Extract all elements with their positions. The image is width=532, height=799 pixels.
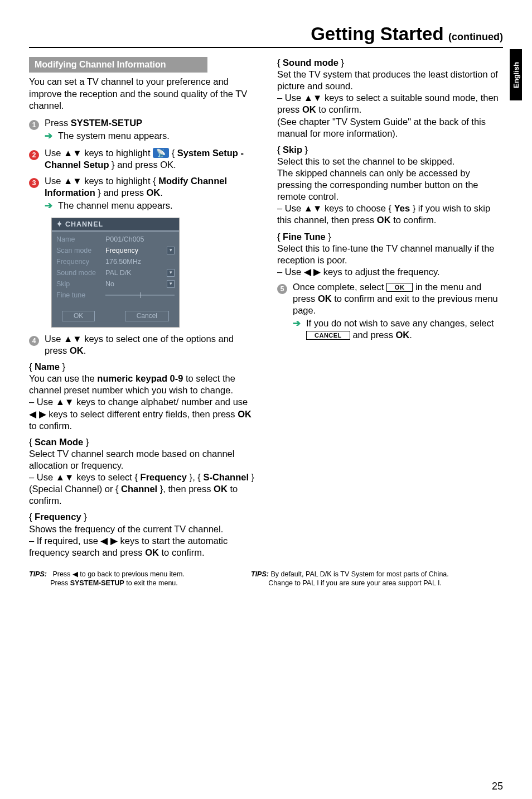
option-skip: { Skip } Select this to set the channel … [277, 144, 503, 227]
step-5-text: Once complete, select OK in the menu and… [293, 281, 503, 316]
tips-row: TIPS: Press ◀ to go back to previous men… [29, 570, 503, 588]
step-1-bullet: 1 [29, 117, 40, 143]
menu-row-soundmode: Sound mode PAL D/K ▾ [56, 267, 175, 278]
step-1: 1 Press SYSTEM-SETUP ➔ The system menu a… [29, 117, 255, 143]
option-fine-title: { Fine Tune } [277, 231, 503, 243]
step-2-bullet: 2 [29, 147, 40, 171]
step-number-icon: 2 [29, 150, 39, 160]
menu-row-scanmode: Scan mode Frequency ▾ [56, 245, 175, 256]
dropdown-icon: ▾ [167, 247, 175, 254]
step-4: 4 Use ▲▼ keys to select one of the optio… [29, 333, 255, 357]
step-3-text: Use ▲▼ keys to highlight { Modify Channe… [45, 175, 255, 199]
fine-tune-gauge [105, 292, 175, 298]
option-fine-usage: – Use ◀ ▶ keys to adjust the frequency. [277, 266, 503, 278]
option-skip-body2: The skipped channels can only be accesse… [277, 167, 503, 203]
option-scan-usage: – Use ▲▼ keys to select { Frequency }, {… [29, 471, 255, 507]
step-number-icon: 5 [277, 284, 287, 294]
language-tab-label: English [512, 62, 520, 88]
menu-body: Name P001/Ch005 Scan mode Frequency ▾ Fr… [52, 232, 179, 306]
page-number: 25 [492, 781, 503, 792]
intro-text: You can set a TV channel to your prefere… [29, 76, 255, 111]
menu-row-skip: Skip No ▾ [56, 278, 175, 290]
option-sound-mode: { Sound mode } Set the TV system that pr… [277, 57, 503, 139]
menu-footer: OK Cancel [52, 306, 179, 327]
option-skip-usage: – Use ▲▼ keys to choose { Yes } if you w… [277, 203, 503, 226]
channel-menu-screenshot: ✦CHANNEL Name P001/Ch005 Scan mode Frequ… [51, 218, 180, 328]
right-column: { Sound mode } Set the TV system that pr… [277, 57, 503, 562]
menu-row-frequency: Frequency 176.50MHz [56, 256, 175, 267]
option-sound-note: (See chapter "TV System Guide" at the ba… [277, 116, 503, 139]
menu-cancel-button: Cancel [125, 311, 169, 321]
step-4-text: Use ▲▼ keys to select one of the options… [45, 333, 255, 357]
step-1-result: ➔ The system menu appears. [45, 130, 255, 142]
option-sound-title: { Sound mode } [277, 57, 503, 69]
menu-row-name: Name P001/Ch005 [56, 234, 175, 245]
section-heading: Modifying Channel Information [29, 57, 207, 73]
option-name-title: { Name } [29, 361, 255, 373]
option-frequency: { Frequency } Shows the frequency of the… [29, 511, 255, 558]
dropdown-icon: ▾ [167, 280, 175, 288]
option-scan-mode: { Scan Mode } Select TV channel search m… [29, 436, 255, 507]
option-frequency-usage: – If required, use ◀ ▶ keys to start the… [29, 535, 255, 559]
step-3-result: ➔ The channel menu appears. [45, 200, 255, 211]
option-fine-tune: { Fine Tune } Select this to fine-tune t… [277, 231, 503, 278]
page-title: Getting Started [311, 23, 443, 44]
step-2: 2 Use ▲▼ keys to highlight 📡 { System Se… [29, 147, 255, 171]
content-columns: Modifying Channel Information You can se… [29, 57, 503, 562]
tips-right: TIPS: By default, PAL D/K is TV System f… [251, 570, 491, 588]
arrow-icon: ➔ [45, 200, 55, 211]
page-title-suffix: (continued) [448, 31, 503, 42]
left-column: Modifying Channel Information You can se… [29, 57, 255, 562]
option-scan-title: { Scan Mode } [29, 436, 255, 448]
option-name: { Name } You can use the numeric keypad … [29, 361, 255, 432]
step-5-bullet: 5 [277, 281, 288, 343]
tips-label: TIPS: [29, 570, 47, 578]
menu-row-finetune: Fine tune [56, 290, 175, 301]
language-tab: English [510, 49, 522, 100]
step-5-alt: ➔ If you do not wish to save any changes… [293, 317, 503, 341]
step-1-text: Press SYSTEM-SETUP [45, 117, 255, 129]
antenna-pill-icon: 📡 [153, 148, 169, 158]
option-skip-body1: Select this to set the channel to be ski… [277, 156, 503, 167]
step-number-icon: 4 [29, 336, 39, 346]
menu-header: ✦CHANNEL [52, 218, 179, 232]
tips-left: TIPS: Press ◀ to go back to previous men… [29, 570, 241, 588]
cancel-box: CANCEL [306, 331, 350, 340]
menu-ok-button: OK [62, 311, 95, 321]
tips-label: TIPS: [251, 570, 269, 578]
option-skip-title: { Skip } [277, 144, 503, 156]
option-scan-body: Select TV channel search mode based on c… [29, 448, 255, 471]
step-number-icon: 1 [29, 120, 39, 130]
option-fine-body: Select this to fine-tune the TV channel … [277, 243, 503, 266]
title-row: Getting Started (continued) [29, 23, 503, 48]
option-frequency-body: Shows the frequency of the current TV ch… [29, 523, 255, 535]
step-2-text: Use ▲▼ keys to highlight 📡 { System Setu… [45, 147, 255, 171]
arrow-icon: ➔ [293, 317, 303, 341]
option-frequency-title: { Frequency } [29, 511, 255, 523]
step-3-bullet: 3 [29, 175, 40, 213]
step-3: 3 Use ▲▼ keys to highlight { Modify Chan… [29, 175, 255, 213]
step-4-bullet: 4 [29, 333, 40, 357]
arrow-icon: ➔ [45, 130, 55, 142]
step-number-icon: 3 [29, 178, 39, 188]
option-name-body: You can use the numeric keypad 0-9 to se… [29, 373, 255, 396]
option-sound-usage: – Use ▲▼ keys to select a suitable sound… [277, 92, 503, 115]
step-5: 5 Once complete, select OK in the menu a… [277, 281, 503, 343]
option-name-usage: – Use ▲▼ keys to change alphabet/ number… [29, 396, 255, 431]
menu-header-icon: ✦ [56, 220, 63, 229]
ok-box: OK [386, 283, 413, 292]
option-sound-body: Set the TV system that produces the leas… [277, 69, 503, 92]
dropdown-icon: ▾ [167, 269, 175, 277]
